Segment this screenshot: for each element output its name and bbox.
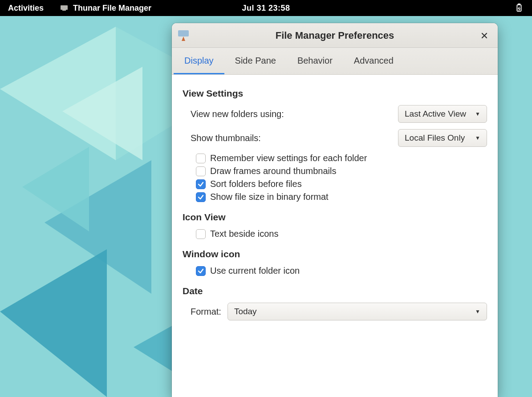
view-new-folders-label: View new folders using:	[183, 109, 284, 119]
date-format-value: Today	[234, 307, 257, 316]
checkbox-binary-size-label: Show file size in binary format	[210, 192, 329, 202]
tab-advanced[interactable]: Advanced	[343, 49, 404, 74]
tab-display[interactable]: Display	[174, 49, 224, 74]
app-menu[interactable]: Thunar File Manager	[60, 4, 151, 13]
chevron-down-icon: ▼	[475, 135, 480, 141]
status-area[interactable]	[514, 3, 524, 13]
chevron-down-icon: ▼	[475, 111, 480, 117]
tab-behavior[interactable]: Behavior	[287, 49, 343, 74]
preferences-content: View Settings View new folders using: La…	[172, 75, 498, 397]
checkbox-sort-folders[interactable]	[196, 179, 206, 189]
activities-button[interactable]: Activities	[8, 4, 44, 13]
checkbox-draw-frames[interactable]	[196, 166, 206, 176]
app-menu-label: Thunar File Manager	[73, 4, 151, 13]
clock[interactable]: Jul 31 23:58	[242, 4, 290, 13]
tab-bar: Display Side Pane Behavior Advanced	[172, 48, 498, 75]
svg-rect-13	[178, 30, 189, 36]
date-format-label: Format:	[191, 307, 221, 317]
svg-rect-9	[61, 5, 68, 10]
preferences-window: File Manager Preferences Display Side Pa…	[172, 23, 498, 397]
show-thumbnails-value: Local Files Only	[405, 133, 465, 143]
tab-side-pane[interactable]: Side Pane	[224, 49, 287, 74]
view-new-folders-dropdown[interactable]: Last Active View ▼	[398, 105, 487, 123]
section-window-icon-title: Window icon	[183, 249, 487, 259]
show-thumbnails-label: Show thumbnails:	[183, 133, 261, 143]
section-view-settings-title: View Settings	[183, 88, 487, 99]
window-app-icon	[177, 29, 190, 42]
section-date-title: Date	[183, 286, 487, 296]
checkbox-use-folder-icon[interactable]	[196, 266, 206, 276]
show-thumbnails-dropdown[interactable]: Local Files Only ▼	[398, 129, 487, 147]
checkbox-remember-view-label: Remember view settings for each folder	[210, 153, 367, 163]
svg-rect-12	[518, 4, 520, 5]
date-format-dropdown[interactable]: Today ▼	[227, 303, 487, 320]
checkbox-binary-size[interactable]	[196, 192, 206, 202]
checkbox-use-folder-icon-label: Use current folder icon	[210, 266, 300, 276]
close-button[interactable]	[478, 29, 491, 42]
checkbox-text-beside-icons-label: Text beside icons	[210, 229, 278, 239]
battery-icon	[514, 3, 524, 13]
window-title: File Manager Preferences	[276, 30, 394, 41]
view-new-folders-value: Last Active View	[405, 109, 466, 119]
gnome-topbar: Activities Thunar File Manager Jul 31 23…	[0, 0, 532, 16]
chevron-down-icon: ▼	[475, 308, 480, 315]
checkbox-text-beside-icons[interactable]	[196, 229, 206, 239]
svg-rect-10	[62, 10, 66, 11]
checkbox-sort-folders-label: Sort folders before files	[210, 179, 302, 189]
checkbox-draw-frames-label: Draw frames around thumbnails	[210, 166, 336, 176]
checkbox-remember-view[interactable]	[196, 154, 206, 163]
section-icon-view-title: Icon View	[183, 212, 487, 223]
window-titlebar[interactable]: File Manager Preferences	[172, 23, 498, 48]
thunar-app-icon	[60, 4, 69, 12]
